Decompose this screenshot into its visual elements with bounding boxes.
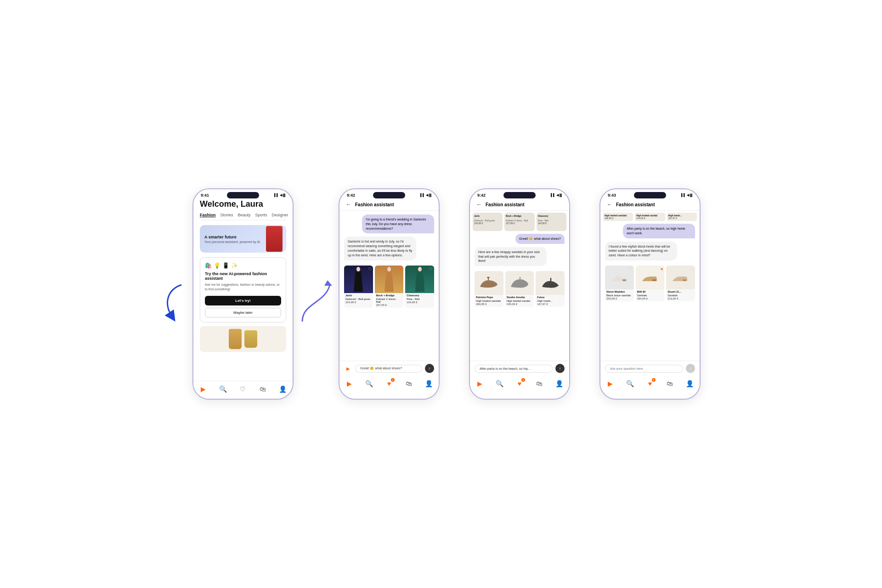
phone-3-shoes: 9:42 ▌▌ ◀ ▓ ← Fashion assistant Jarlo De… <box>469 188 570 400</box>
nav-search-icon[interactable]: 🔍 <box>219 385 227 393</box>
phone3-heart-badge: 2 <box>521 378 525 382</box>
phone2-nav-profile-icon[interactable]: 👤 <box>424 379 433 388</box>
product-card-1[interactable]: ♡ Jarlo Deborah - Ball gown 234,95 € <box>344 266 373 308</box>
shoe3-line2: High heele... <box>536 299 565 302</box>
phone3-back-arrow[interactable]: ← <box>476 201 482 208</box>
phone3-nav-bag-icon[interactable]: 🛍 <box>535 379 543 388</box>
phone4-top-shoes: High heeled sandals 269,95 € High heeled… <box>600 211 700 221</box>
phone2-product-grid: ♡ Jarlo Deborah - Ball gown 234,95 € <box>344 266 434 308</box>
phone4-back-arrow[interactable]: ← <box>607 201 612 208</box>
tab-sports[interactable]: Sports <box>255 213 267 217</box>
lets-try-button[interactable]: Let's try! <box>205 296 281 305</box>
phone2-nav-play[interactable]: ▶ <box>344 364 352 373</box>
phone3-chat-input[interactable] <box>475 365 553 373</box>
block3-name: Stuart Zi... <box>666 289 695 293</box>
blue-arrow-left-decoration <box>158 280 186 326</box>
ai-icons: 🛍️💡📱✨ <box>205 262 281 269</box>
product3-price: 104,95 € <box>405 300 434 305</box>
nav-play-icon[interactable]: ▶ <box>199 385 208 393</box>
phone4-nav-bag-icon[interactable]: 🛍 <box>666 379 674 388</box>
svg-point-3 <box>418 267 422 271</box>
block3-line2: Sandals <box>666 293 695 297</box>
tab-beauty[interactable]: Beauty <box>238 213 251 217</box>
phone3-nav-search-icon[interactable]: 🔍 <box>496 379 504 388</box>
phone2-heart-badge: 1 <box>391 378 395 382</box>
shoe-card-3[interactable]: ♡ Faina High heele... 167,97 € <box>536 271 565 307</box>
shoe2-line2: High heeled sandal <box>505 299 534 302</box>
phone4-status-icons: ▌▌ ◀ ▓ <box>681 193 692 197</box>
phone2-chat-content: I'm going to a friend's wedding in Santo… <box>339 211 439 361</box>
phone4-nav-heart-wrap: ♥ 3 <box>646 379 654 388</box>
phone2-chat-input[interactable] <box>355 365 422 373</box>
block1-price: 250,00 € <box>605 297 634 301</box>
heart-shoe2[interactable]: ♡ <box>529 272 532 277</box>
phone4-send-button[interactable]: ↑ <box>686 364 695 373</box>
heart-dress3[interactable]: ♡ <box>429 267 433 271</box>
phone4-nav-profile-icon[interactable]: 👤 <box>685 379 694 388</box>
tab-designer[interactable]: Designer <box>272 213 288 217</box>
phone4-block-heel-grid: ♡ Steve Madden Black stripe sandals 2 <box>605 266 695 301</box>
welcome-title: Welcome, Laura <box>200 199 286 209</box>
nav-profile-icon[interactable]: 👤 <box>278 385 287 393</box>
shoe3-name: Faina <box>536 295 565 299</box>
phone4-nav-play-icon[interactable]: ▶ <box>606 379 615 388</box>
phone4-bot-msg: I found a few stylish block-heels that w… <box>605 242 677 260</box>
heart-shoe3[interactable]: ♡ <box>560 272 563 277</box>
shoe2-price: 245,00 € <box>505 302 534 307</box>
phone3-nav-play-icon[interactable]: ▶ <box>476 379 484 388</box>
phone1-notch <box>227 192 259 198</box>
heart-dress1[interactable]: ♡ <box>368 267 372 271</box>
heart-block1[interactable]: ♡ <box>629 267 633 271</box>
phone2-input-bar: ▶ ↑ <box>339 361 439 376</box>
nav-bag-icon[interactable]: 🛍 <box>259 385 267 393</box>
product-card-3[interactable]: ♡ Chancery Peta - Ball 104,95 € <box>405 266 434 308</box>
shoe2-name: Studio Amelia <box>505 295 534 299</box>
heart-block2[interactable]: ♥ <box>661 267 663 271</box>
svg-rect-8 <box>616 276 620 277</box>
block3-price: 213,00 € <box>666 297 695 301</box>
block-heel-card-1[interactable]: ♡ Steve Madden Black stripe sandals 2 <box>605 266 634 301</box>
phone2-nav-bag-icon[interactable]: 🛍 <box>405 379 413 388</box>
phone3-chat-header: ← Fashion assistant <box>470 199 569 211</box>
phone3-top-card-2: Beck + Bridge Kehlani V dress - Ball 207… <box>504 213 534 231</box>
block-heel-card-3[interactable]: ♡ Stuart Zi... Sandals 213,00 € <box>666 266 695 301</box>
phone1-status-icons: ▌▌ ◀ ▓ <box>274 193 285 197</box>
nav-tabs: Fashion Stories Beauty Sports Designer <box>200 213 286 220</box>
back-arrow[interactable]: ← <box>346 201 351 208</box>
product-bottle-2 <box>244 330 257 348</box>
phone3-nav-profile-icon[interactable]: 👤 <box>555 379 563 388</box>
heart-shoe1[interactable]: ♡ <box>498 272 502 277</box>
phone4-nav-search-icon[interactable]: 🔍 <box>626 379 634 388</box>
dress2-img <box>375 266 404 293</box>
tab-fashion[interactable]: Fashion <box>200 213 216 217</box>
phone2-bot-msg1: Santorini is hot and windy in July, so I… <box>344 237 416 260</box>
phone2-nav-heart-wrap: ♥ 1 <box>385 379 393 388</box>
phone3-status-icons: ▌▌ ◀ ▓ <box>551 193 562 197</box>
phone4-chat-input[interactable] <box>605 365 683 373</box>
scene: 9:41 ▌▌ ◀ ▓ Welcome, Laura Fashion Stori… <box>181 188 701 400</box>
hero-banner: A smarter future Your personal assistant… <box>200 225 286 253</box>
heart-dress2[interactable]: ♥ <box>400 267 402 271</box>
block1-name: Steve Madden <box>605 289 634 293</box>
phone2-bottom-nav: ▶ 🔍 ♥ 1 🛍 👤 <box>339 376 439 393</box>
product3-line2: Peta - Ball <box>405 297 434 300</box>
block-heel-card-2[interactable]: ♥ Billi Bi Sandals 184,95 € <box>636 266 665 301</box>
nav-heart-icon[interactable]: ♡ <box>239 385 247 393</box>
block2-price: 184,95 € <box>636 297 665 301</box>
phone3-send-button[interactable]: ↑ <box>555 364 565 373</box>
phone3-shoe-grid: ♡ Patrizia Pepe High heeled sandals 2 <box>475 271 565 307</box>
product1-name: Jarlo <box>344 293 373 297</box>
phone2-send-button[interactable]: ↑ <box>425 364 434 373</box>
maybe-later-button[interactable]: Maybe later <box>205 308 281 317</box>
phone2-nav-search-icon[interactable]: 🔍 <box>365 379 373 388</box>
phone3-input-bar: ↑ <box>470 361 569 376</box>
tab-stories[interactable]: Stories <box>220 213 233 217</box>
shoe-card-1[interactable]: ♡ Patrizia Pepe High heeled sandals 2 <box>475 271 503 307</box>
block2-img <box>636 266 665 289</box>
heart-block3[interactable]: ♡ <box>690 267 694 271</box>
phone2-nav-play-icon[interactable]: ▶ <box>345 379 354 388</box>
product2-price: 207,95 € <box>375 303 404 308</box>
product-card-2[interactable]: ♥ Beck + Bridge Kehlani V dress - Ball 2… <box>375 266 404 308</box>
hero-figure <box>266 226 283 252</box>
shoe-card-2[interactable]: ♡ Studio Amelia High heeled sandal 245,0… <box>505 271 534 307</box>
